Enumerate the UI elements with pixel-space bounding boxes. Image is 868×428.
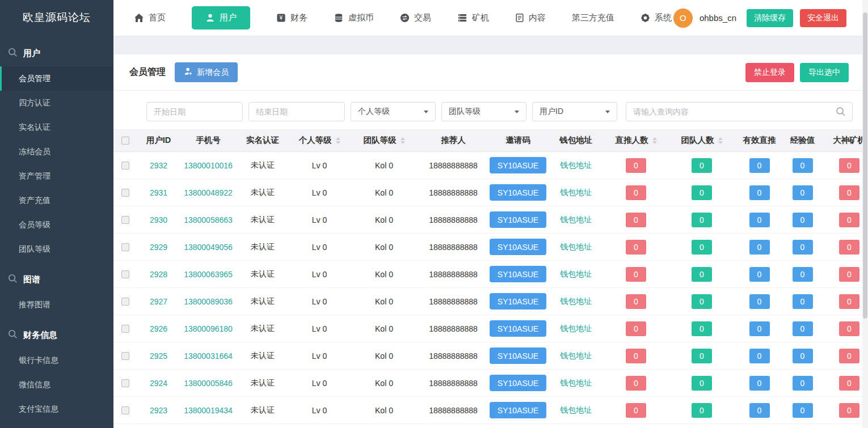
logout-button[interactable]: 安全退出 bbox=[800, 9, 846, 27]
invite-code-button[interactable]: SY10ASUE bbox=[490, 184, 546, 201]
row-checkbox[interactable] bbox=[121, 352, 129, 360]
invite-code-button[interactable]: SY10ASUE bbox=[490, 239, 546, 255]
invite-code-button[interactable]: SY10ASUE bbox=[490, 348, 546, 364]
sidebar-item-支付宝信息[interactable]: 支付宝信息 bbox=[0, 397, 113, 421]
avatar[interactable]: O bbox=[673, 9, 693, 28]
sort-desc-icon[interactable] bbox=[336, 141, 340, 144]
sort-icon[interactable] bbox=[336, 137, 340, 144]
sidebar-item-会员管理[interactable]: 会员管理 bbox=[0, 66, 113, 91]
phone-link[interactable]: 13800019434 bbox=[184, 406, 233, 415]
nav-item-财务[interactable]: ¥财务 bbox=[276, 12, 307, 23]
user_id-link[interactable]: 2931 bbox=[150, 188, 167, 197]
row-checkbox[interactable] bbox=[121, 270, 129, 278]
phone-link[interactable]: 13800058663 bbox=[184, 215, 233, 224]
row-checkbox[interactable] bbox=[121, 325, 129, 333]
column-header-personal_level[interactable]: 个人等级 bbox=[289, 135, 350, 146]
row-checkbox[interactable] bbox=[121, 216, 129, 224]
start-date-input[interactable] bbox=[146, 102, 243, 121]
wallet-link[interactable]: 钱包地址 bbox=[560, 324, 592, 334]
user_id-link[interactable]: 2924 bbox=[150, 379, 167, 388]
nav-item-交易[interactable]: 交易 bbox=[400, 12, 431, 23]
nav-item-用户[interactable]: 用户 bbox=[192, 6, 250, 29]
sidebar-item-银行卡信息[interactable]: 银行卡信息 bbox=[0, 348, 113, 372]
sort-asc-icon[interactable] bbox=[401, 137, 405, 140]
phone-link[interactable]: 13800049056 bbox=[184, 243, 233, 252]
phone-link[interactable]: 13800048922 bbox=[184, 188, 233, 197]
scrollbar-thumb[interactable] bbox=[863, 12, 867, 319]
invite-code-button[interactable]: SY10ASUE bbox=[490, 320, 546, 337]
user_id-link[interactable]: 2926 bbox=[150, 324, 167, 333]
row-checkbox[interactable] bbox=[121, 298, 129, 306]
nav-item-内容[interactable]: 内容 bbox=[515, 12, 546, 23]
end-date-input[interactable] bbox=[248, 102, 345, 121]
search-field-select[interactable]: 用户ID bbox=[532, 102, 617, 121]
user_id-link[interactable]: 2930 bbox=[150, 215, 167, 224]
phone-link[interactable]: 13800010016 bbox=[184, 161, 233, 170]
wallet-link[interactable]: 钱包地址 bbox=[560, 160, 592, 171]
row-checkbox[interactable] bbox=[121, 189, 129, 197]
nav-item-矿机[interactable]: 矿机 bbox=[457, 12, 489, 23]
column-header-direct_count[interactable]: 直推人数 bbox=[604, 135, 668, 146]
row-checkbox[interactable] bbox=[121, 406, 129, 414]
wallet-link[interactable]: 钱包地址 bbox=[560, 351, 592, 361]
invite-code-button[interactable]: SY10ASUE bbox=[490, 211, 546, 228]
vertical-scrollbar[interactable] bbox=[862, 0, 868, 428]
sidebar-item-推荐图谱[interactable]: 推荐图谱 bbox=[0, 293, 113, 317]
phone-link[interactable]: 13800089036 bbox=[184, 297, 233, 306]
wallet-link[interactable]: 钱包地址 bbox=[560, 215, 592, 225]
sidebar-item-会员等级[interactable]: 会员等级 bbox=[0, 213, 113, 237]
sort-asc-icon[interactable] bbox=[718, 137, 723, 140]
nav-item-第三方充值[interactable]: 第三方充值 bbox=[572, 12, 614, 23]
sort-icon[interactable] bbox=[401, 137, 405, 144]
sort-asc-icon[interactable] bbox=[652, 137, 657, 140]
sidebar-item-资产充值[interactable]: 资产充值 bbox=[0, 188, 113, 213]
select-all-checkbox[interactable] bbox=[121, 137, 129, 145]
sidebar-item-微信信息[interactable]: 微信信息 bbox=[0, 372, 113, 397]
export-selected-button[interactable]: 导出选中 bbox=[800, 63, 849, 82]
user_id-link[interactable]: 2928 bbox=[150, 270, 167, 279]
invite-code-button[interactable]: SY10ASUE bbox=[490, 266, 546, 282]
ban-login-button[interactable]: 禁止登录 bbox=[745, 63, 794, 82]
sidebar-item-实名认证[interactable]: 实名认证 bbox=[0, 115, 113, 139]
sidebar-item-团队等级[interactable]: 团队等级 bbox=[0, 237, 113, 261]
sort-desc-icon[interactable] bbox=[652, 141, 657, 144]
row-checkbox[interactable] bbox=[121, 162, 129, 169]
user_id-link[interactable]: 2923 bbox=[150, 406, 167, 415]
clear-cache-button[interactable]: 清除缓存 bbox=[747, 9, 793, 27]
invite-code-button[interactable]: SY10ASUE bbox=[490, 157, 546, 173]
column-header-team_level[interactable]: 团队等级 bbox=[350, 135, 418, 146]
wallet-link[interactable]: 钱包地址 bbox=[560, 296, 592, 307]
add-member-button[interactable]: 新增会员 bbox=[175, 62, 238, 82]
column-header-select[interactable] bbox=[113, 137, 137, 145]
invite-code-button[interactable]: SY10ASUE bbox=[490, 402, 546, 418]
sort-icon[interactable] bbox=[652, 137, 657, 144]
personal-level-select[interactable]: 个人等级 bbox=[351, 102, 436, 121]
wallet-link[interactable]: 钱包地址 bbox=[560, 269, 592, 279]
phone-link[interactable]: 13800063965 bbox=[184, 270, 233, 279]
nav-item-虚拟币[interactable]: 虚拟币 bbox=[334, 12, 374, 23]
sort-asc-icon[interactable] bbox=[336, 137, 340, 140]
sidebar-item-冻结会员[interactable]: 冻结会员 bbox=[0, 139, 113, 164]
phone-link[interactable]: 13800096180 bbox=[184, 324, 233, 333]
row-checkbox[interactable] bbox=[121, 379, 129, 387]
nav-item-系统[interactable]: 系统 bbox=[641, 12, 672, 23]
search-input[interactable] bbox=[626, 102, 853, 121]
team-level-select[interactable]: 团队等级 bbox=[441, 102, 526, 121]
invite-code-button[interactable]: SY10ASUE bbox=[490, 375, 546, 391]
wallet-link[interactable]: 钱包地址 bbox=[560, 405, 592, 416]
column-header-team_count[interactable]: 团队人数 bbox=[668, 135, 736, 146]
phone-link[interactable]: 13800005846 bbox=[184, 379, 233, 388]
sidebar-item-资产管理[interactable]: 资产管理 bbox=[0, 164, 113, 188]
row-checkbox[interactable] bbox=[121, 243, 129, 251]
user_id-link[interactable]: 2929 bbox=[150, 243, 167, 252]
nav-item-首页[interactable]: 首页 bbox=[134, 12, 166, 23]
invite-code-button[interactable]: SY10ASUE bbox=[490, 293, 546, 310]
user_id-link[interactable]: 2925 bbox=[150, 351, 167, 361]
sort-icon[interactable] bbox=[718, 137, 723, 144]
sidebar-item-四方认证[interactable]: 四方认证 bbox=[0, 91, 113, 115]
user_id-link[interactable]: 2927 bbox=[150, 297, 167, 306]
phone-link[interactable]: 13800031664 bbox=[184, 351, 233, 361]
wallet-link[interactable]: 钱包地址 bbox=[560, 242, 592, 252]
wallet-link[interactable]: 钱包地址 bbox=[560, 378, 592, 388]
sort-desc-icon[interactable] bbox=[401, 141, 405, 144]
